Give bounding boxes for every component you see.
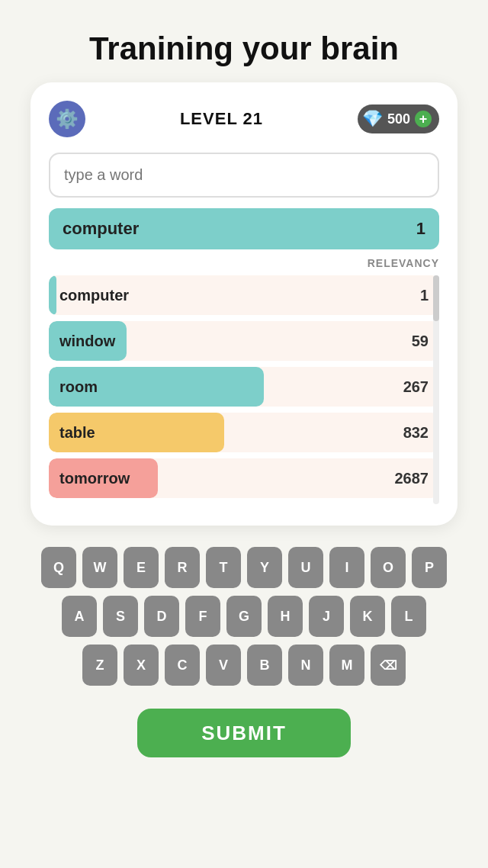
word-rank: 832 <box>403 424 429 442</box>
word-input[interactable] <box>49 153 439 198</box>
submit-button[interactable]: SUBMIT <box>137 709 351 757</box>
key-g[interactable]: G <box>226 596 262 637</box>
word-list: computer1window59room267table832tomorrow… <box>49 275 439 504</box>
key-e[interactable]: E <box>124 547 159 588</box>
list-item: table832 <box>49 413 439 452</box>
key-s[interactable]: S <box>103 596 138 637</box>
scroll-track <box>433 275 439 504</box>
diamond-icon: 💎 <box>362 109 383 129</box>
key-l[interactable]: L <box>391 596 426 637</box>
gems-container: 💎 500 + <box>358 104 439 133</box>
word-label: window <box>49 333 412 350</box>
list-item: tomorrow2687 <box>49 458 439 498</box>
list-item: window59 <box>49 321 439 361</box>
word-label: tomorrow <box>49 470 395 487</box>
key-z[interactable]: Z <box>82 645 117 686</box>
keyboard-row-2: ZXCVBNM⌫ <box>30 645 458 686</box>
word-rank: 2687 <box>395 470 429 487</box>
word-label: room <box>49 378 403 396</box>
key-m[interactable]: M <box>329 645 364 686</box>
key-f[interactable]: F <box>185 596 220 637</box>
word-rank: 59 <box>412 333 429 350</box>
word-label: table <box>49 424 403 442</box>
card-header: ⚙️ LEVEL 21 💎 500 + <box>49 101 439 137</box>
list-item: computer1 <box>49 275 439 315</box>
key-a[interactable]: A <box>62 596 97 637</box>
gems-count: 500 <box>387 111 410 127</box>
key-o[interactable]: O <box>371 547 406 588</box>
current-word-rank: 1 <box>416 219 425 239</box>
key-p[interactable]: P <box>412 547 447 588</box>
key-c[interactable]: C <box>165 645 200 686</box>
key-j[interactable]: J <box>309 596 344 637</box>
current-word-text: computer <box>63 219 139 239</box>
key-d[interactable]: D <box>144 596 179 637</box>
key-k[interactable]: K <box>350 596 385 637</box>
current-word-row: computer 1 <box>49 208 439 249</box>
gear-icon: ⚙️ <box>56 108 79 130</box>
keyboard-row-0: QWERTYUIOP <box>30 547 458 588</box>
scroll-thumb[interactable] <box>433 275 439 321</box>
key-n[interactable]: N <box>288 645 323 686</box>
key-h[interactable]: H <box>268 596 303 637</box>
relevancy-label: RELEVANCY <box>49 257 439 269</box>
keyboard: QWERTYUIOPASDFGHJKLZXCVBNM⌫ <box>30 547 458 693</box>
word-rank: 267 <box>403 378 429 396</box>
word-rank: 1 <box>420 287 429 304</box>
key-x[interactable]: X <box>124 645 159 686</box>
key-r[interactable]: R <box>165 547 200 588</box>
key-w[interactable]: W <box>82 547 117 588</box>
add-gems-button[interactable]: + <box>415 111 432 127</box>
key-y[interactable]: Y <box>247 547 282 588</box>
word-label: computer <box>49 287 420 304</box>
key-t[interactable]: T <box>206 547 241 588</box>
game-card: ⚙️ LEVEL 21 💎 500 + computer 1 RELEVANCY… <box>30 82 458 526</box>
list-item: room267 <box>49 367 439 407</box>
page-title: Tranining your brain <box>74 0 414 82</box>
key-i[interactable]: I <box>329 547 364 588</box>
keyboard-row-1: ASDFGHJKL <box>30 596 458 637</box>
key-q[interactable]: Q <box>41 547 76 588</box>
settings-button[interactable]: ⚙️ <box>49 101 85 137</box>
level-label: LEVEL 21 <box>180 109 263 129</box>
backspace-key[interactable]: ⌫ <box>371 645 406 686</box>
key-u[interactable]: U <box>288 547 323 588</box>
key-b[interactable]: B <box>247 645 282 686</box>
key-v[interactable]: V <box>206 645 241 686</box>
